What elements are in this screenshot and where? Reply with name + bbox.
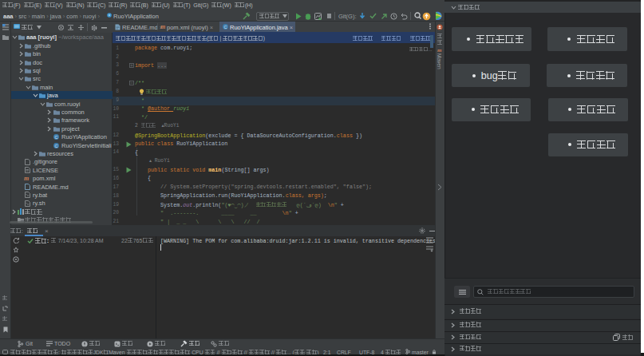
svg-text:C: C (224, 24, 227, 29)
svg-text:C: C (55, 135, 58, 140)
svg-text:C: C (55, 143, 58, 148)
